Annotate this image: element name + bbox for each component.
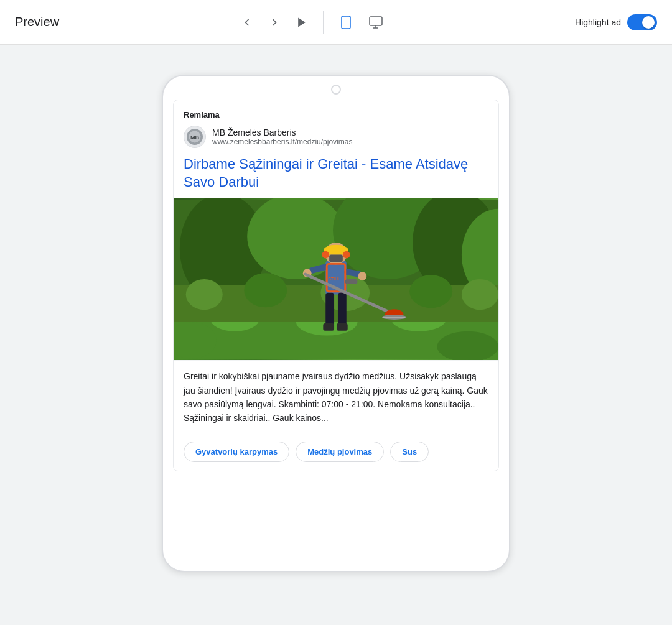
- svg-text:STIHL: STIHL: [328, 277, 340, 281]
- advertiser-info: MB Žemelės Barberis www.zemelesbbarberis…: [212, 127, 352, 146]
- svg-rect-37: [325, 293, 334, 326]
- advertiser-url: www.zemelesbbarberis.lt/medziu/pjovimas: [212, 137, 352, 146]
- mobile-view-button[interactable]: [334, 10, 358, 35]
- next-button[interactable]: [263, 11, 286, 34]
- svg-rect-38: [338, 293, 347, 326]
- chevron-left-icon: [241, 16, 253, 29]
- play-icon: [296, 16, 308, 29]
- sitelink-3[interactable]: Sus: [390, 442, 429, 462]
- main-content: Remiama MB MB Žemelės Barberis: [0, 45, 672, 625]
- ad-image: STIHL: [174, 198, 498, 360]
- svg-text:MB: MB: [190, 134, 199, 141]
- sitelink-2[interactable]: Medžių pjovimas: [296, 442, 384, 462]
- divider: [323, 11, 324, 34]
- page-title: Preview: [15, 15, 59, 29]
- prev-button[interactable]: [236, 11, 258, 34]
- svg-rect-1: [342, 16, 350, 29]
- device-frame: Remiama MB MB Žemelės Barberis: [162, 75, 510, 572]
- mobile-icon: [338, 15, 353, 30]
- nav-controls: [59, 10, 565, 35]
- svg-point-36: [358, 272, 366, 280]
- advertiser-logo-svg: MB: [185, 127, 205, 147]
- sitelink-1[interactable]: Gyvatvorių karpymas: [184, 442, 289, 462]
- svg-point-21: [186, 279, 223, 310]
- play-button[interactable]: [291, 11, 313, 34]
- svg-rect-40: [337, 323, 348, 331]
- ad-image-illustration: STIHL: [174, 198, 498, 360]
- svg-point-22: [244, 273, 287, 307]
- ad-sponsored-label: Remiama: [184, 110, 488, 119]
- ad-header: Remiama MB MB Žemelės Barberis: [174, 100, 498, 198]
- ad-description: Greitai ir kokybiškai pjauname įvairaus …: [174, 360, 498, 434]
- highlight-ad-section: Highlight ad: [575, 14, 657, 30]
- device-notch: [163, 76, 509, 100]
- svg-point-25: [462, 279, 498, 310]
- ad-card: Remiama MB MB Žemelės Barberis: [173, 100, 499, 471]
- desktop-icon: [368, 15, 383, 30]
- svg-rect-32: [329, 255, 343, 262]
- chevron-right-icon: [268, 16, 281, 29]
- advertiser-name: MB Žemelės Barberis: [212, 127, 352, 137]
- svg-point-30: [322, 251, 329, 259]
- svg-point-24: [409, 275, 452, 308]
- svg-rect-39: [323, 323, 334, 331]
- svg-marker-0: [298, 17, 306, 27]
- svg-rect-3: [370, 17, 382, 25]
- highlight-ad-toggle[interactable]: [627, 14, 657, 30]
- toggle-slider: [627, 14, 657, 30]
- advertiser-logo: MB: [184, 126, 206, 148]
- desktop-view-button[interactable]: [363, 10, 388, 35]
- ad-advertiser: MB MB Žemelės Barberis www.zemelesbbarbe…: [184, 126, 488, 148]
- ad-sitelinks: Gyvatvorių karpymas Medžių pjovimas Sus: [174, 434, 498, 471]
- ad-title[interactable]: Dirbame Sąžiningai ir Greitai - Esame At…: [184, 155, 488, 191]
- device-camera: [331, 85, 341, 95]
- device-screen: Remiama MB MB Žemelės Barberis: [173, 100, 499, 474]
- top-bar: Preview: [0, 0, 672, 45]
- svg-rect-44: [345, 279, 358, 284]
- svg-point-31: [343, 251, 350, 259]
- highlight-ad-label: Highlight ad: [575, 17, 621, 27]
